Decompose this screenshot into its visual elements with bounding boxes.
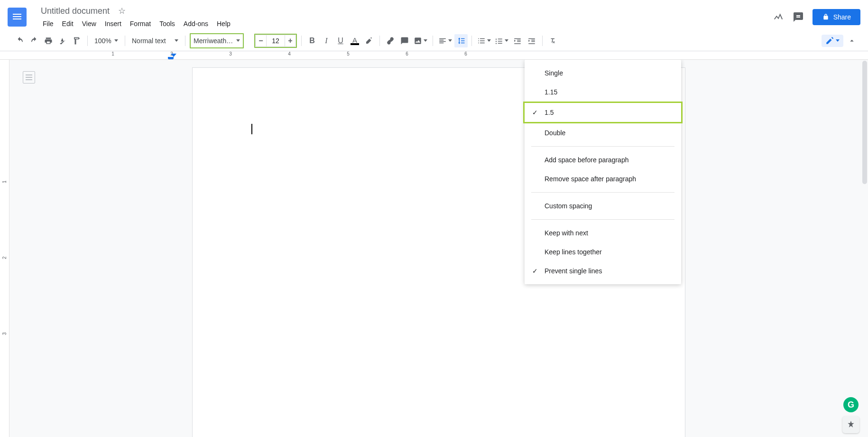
paragraph-style-select[interactable]: Normal text [129,34,181,47]
menu-help[interactable]: Help [213,18,234,29]
scrollbar-thumb[interactable] [862,61,867,184]
page-scroll[interactable] [9,60,868,437]
explore-button[interactable] [842,416,859,433]
chevron-down-icon [836,39,840,42]
insert-image-button[interactable] [412,34,429,47]
title-area: Untitled document ☆ File Edit View Inser… [39,5,773,29]
chevron-down-icon [175,39,178,42]
redo-button[interactable] [28,34,41,47]
ls-prevent-single-lines[interactable]: ✓ Prevent single lines [525,261,681,280]
font-size-control: − 12 + [255,35,296,47]
chevron-down-icon [424,39,427,42]
docs-logo[interactable] [8,8,27,27]
font-select-highlight: Merriweath… [190,33,244,48]
font-size-input[interactable]: 12 [267,35,285,47]
ls-option-double[interactable]: Double [525,123,681,142]
ls-keep-with-next[interactable]: Keep with next [525,223,681,242]
undo-button[interactable] [13,34,27,47]
underline-button[interactable]: U [334,34,347,47]
insert-link-button[interactable] [384,34,397,47]
ls-add-space-before[interactable]: Add space before paragraph [525,150,681,169]
menu-tools[interactable]: Tools [156,18,179,29]
menu-bar: File Edit View Insert Format Tools Add-o… [39,18,773,29]
clear-formatting-button[interactable] [546,34,560,47]
ls-remove-space-after[interactable]: Remove space after paragraph [525,169,681,188]
menu-view[interactable]: View [78,18,100,29]
menu-addons[interactable]: Add-ons [180,18,212,29]
numbered-list-button[interactable] [476,34,492,47]
font-size-increase[interactable]: + [285,35,296,47]
font-size-highlight: − 12 + [254,34,297,48]
chevron-down-icon [505,39,508,42]
add-comment-button[interactable] [398,34,411,47]
activity-icon[interactable] [773,11,784,23]
bold-button[interactable]: B [305,34,319,47]
header-right: Share [773,9,860,25]
check-icon: ✓ [532,109,545,116]
star-icon[interactable]: ☆ [118,6,126,16]
ls-option-1-15[interactable]: 1.15 [525,83,681,102]
ls-option-1-5[interactable]: ✓ 1.5 [525,103,681,122]
text-cursor [251,124,252,134]
decrease-indent-button[interactable] [511,34,524,47]
chevron-down-icon [487,39,491,42]
text-color-button[interactable]: A [348,34,361,47]
print-button[interactable] [42,34,55,47]
chevron-down-icon [448,39,452,42]
menu-insert[interactable]: Insert [101,18,125,29]
italic-button[interactable]: I [320,34,333,47]
vertical-ruler[interactable]: 1 2 3 [0,60,9,437]
increase-indent-button[interactable] [525,34,538,47]
menu-file[interactable]: File [39,18,57,29]
toolbar: 100% Normal text Merriweath… − 12 + B I … [0,30,868,51]
left-indent-marker[interactable] [168,57,174,59]
chevron-down-icon [236,39,240,42]
zoom-select[interactable]: 100% [92,34,121,47]
check-icon: ✓ [532,267,545,275]
menu-edit[interactable]: Edit [58,18,77,29]
header: Untitled document ☆ File Edit View Inser… [0,0,868,30]
spellcheck-button[interactable] [56,34,69,47]
font-size-decrease[interactable]: − [255,35,267,47]
zoom-value: 100% [94,37,111,45]
share-button[interactable]: Share [813,9,860,25]
share-label: Share [833,13,851,21]
comments-icon[interactable] [793,11,804,23]
editing-mode-button[interactable] [822,35,843,47]
collapse-toolbar-button[interactable] [847,37,857,45]
highlight-color-button[interactable] [362,34,376,47]
ls-option-single[interactable]: Single [525,64,681,83]
grammarly-badge[interactable]: G [843,397,859,412]
align-button[interactable] [437,34,453,47]
doc-title[interactable]: Untitled document [39,5,111,17]
menu-format[interactable]: Format [126,18,155,29]
line-spacing-menu: Single 1.15 ✓ 1.5 Double Add space befor… [525,60,681,284]
ls-keep-lines-together[interactable]: Keep lines together [525,242,681,261]
font-value: Merriweath… [194,37,233,45]
horizontal-ruler[interactable]: 1 2 3 4 5 6 6 [0,51,868,60]
paint-format-button[interactable] [70,34,83,47]
first-line-indent-marker[interactable] [171,54,176,57]
workspace: 1 2 3 Single 1.15 ✓ 1.5 Double [0,60,868,437]
chevron-down-icon [114,39,118,42]
font-select[interactable]: Merriweath… [191,34,243,47]
bullet-list-button[interactable] [493,34,510,47]
style-value: Normal text [132,37,166,45]
ls-custom-spacing[interactable]: Custom spacing [525,196,681,215]
line-spacing-button[interactable] [454,34,468,47]
